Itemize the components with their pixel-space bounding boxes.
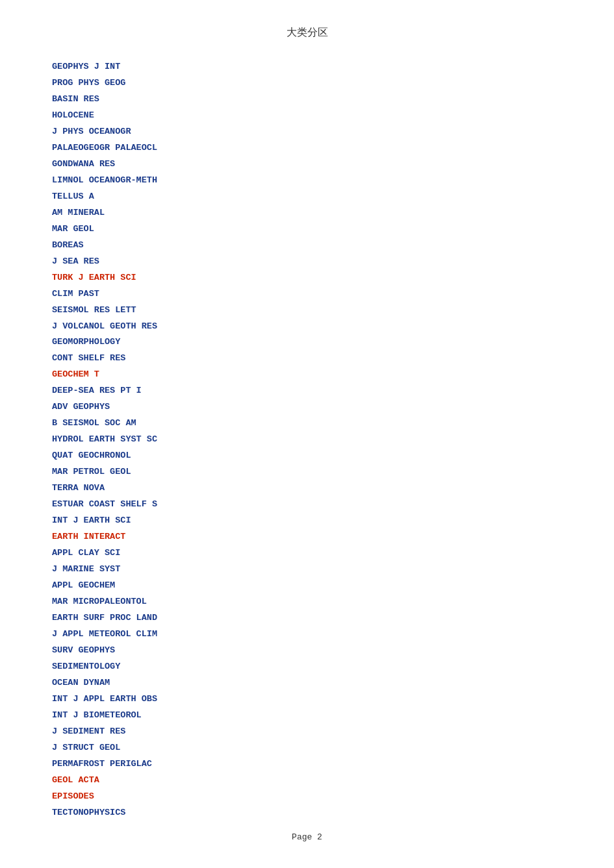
list-item: HYDROL EARTH SYST SC <box>52 432 562 448</box>
list-item: APPL CLAY SCI <box>52 545 562 562</box>
list-item: TURK J EARTH SCI <box>52 270 562 286</box>
list-item: BASIN RES <box>52 92 562 108</box>
page-title: 大类分区 <box>52 26 562 40</box>
page-container: 大类分区 GEOPHYS J INTPROG PHYS GEOGBASIN RE… <box>0 0 614 868</box>
list-item: ADV GEOPHYS <box>52 399 562 415</box>
list-item: J STRUCT GEOL <box>52 740 562 756</box>
list-item: AM MINERAL <box>52 205 562 221</box>
list-item: GEOPHYS J INT <box>52 59 562 75</box>
list-item: EARTH INTERACT <box>52 529 562 545</box>
list-item: DEEP-SEA RES PT I <box>52 383 562 399</box>
list-item: SEDIMENTOLOGY <box>52 659 562 675</box>
list-item: ESTUAR COAST SHELF S <box>52 497 562 513</box>
list-item: PALAEOGEOGR PALAEOCL <box>52 140 562 156</box>
list-item: OCEAN DYNAM <box>52 675 562 691</box>
list-item: PERMAFROST PERIGLAC <box>52 756 562 773</box>
list-item: TERRA NOVA <box>52 480 562 497</box>
list-item: CONT SHELF RES <box>52 351 562 367</box>
list-item: GEOCHEM T <box>52 367 562 383</box>
list-item: CLIM PAST <box>52 286 562 303</box>
list-item: EARTH SURF PROC LAND <box>52 610 562 626</box>
list-item: J SEDIMENT RES <box>52 724 562 740</box>
list-item: SEISMOL RES LETT <box>52 303 562 319</box>
list-item: GEOL ACTA <box>52 773 562 789</box>
list-item: SURV GEOPHYS <box>52 643 562 659</box>
journal-list: GEOPHYS J INTPROG PHYS GEOGBASIN RESHOLO… <box>52 59 562 821</box>
list-item: INT J BIOMETEOROL <box>52 708 562 724</box>
list-item: TELLUS A <box>52 189 562 205</box>
list-item: INT J EARTH SCI <box>52 513 562 529</box>
list-item: TECTONOPHYSICS <box>52 805 562 821</box>
list-item: HOLOCENE <box>52 108 562 124</box>
list-item: B SEISMOL SOC AM <box>52 415 562 432</box>
list-item: INT J APPL EARTH OBS <box>52 691 562 708</box>
list-item: J APPL METEOROL CLIM <box>52 626 562 643</box>
page-footer: Page 2 <box>0 832 614 842</box>
list-item: PROG PHYS GEOG <box>52 75 562 92</box>
list-item: MAR GEOL <box>52 221 562 238</box>
list-item: EPISODES <box>52 789 562 805</box>
list-item: J SEA RES <box>52 254 562 270</box>
list-item: QUAT GEOCHRONOL <box>52 448 562 464</box>
list-item: BOREAS <box>52 238 562 254</box>
list-item: MAR MICROPALEONTOL <box>52 594 562 610</box>
list-item: LIMNOL OCEANOGR-METH <box>52 173 562 189</box>
list-item: J VOLCANOL GEOTH RES <box>52 319 562 335</box>
list-item: APPL GEOCHEM <box>52 578 562 594</box>
list-item: GONDWANA RES <box>52 156 562 173</box>
list-item: MAR PETROL GEOL <box>52 464 562 480</box>
list-item: J MARINE SYST <box>52 562 562 578</box>
list-item: GEOMORPHOLOGY <box>52 334 562 351</box>
list-item: J PHYS OCEANOGR <box>52 124 562 140</box>
